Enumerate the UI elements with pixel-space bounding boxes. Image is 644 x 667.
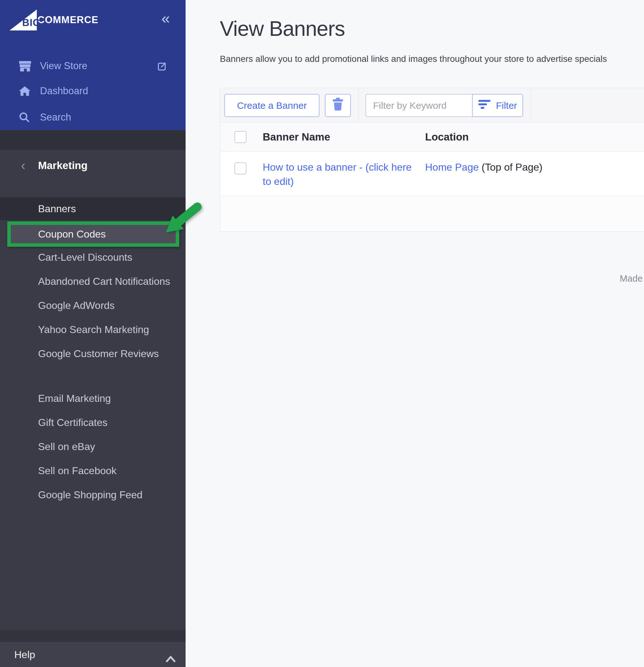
sidebar-item-coupon-codes[interactable]: Coupon Codes <box>7 222 179 247</box>
sidebar-item-label: Search <box>40 112 71 123</box>
marketing-section-title: Marketing <box>38 160 87 172</box>
marketing-menu-group-2: Email Marketing Gift Certificates Sell o… <box>0 386 186 507</box>
home-page-link[interactable]: Home Page <box>425 161 479 173</box>
sidebar-top-section: BIG COMMERCE « View Store <box>0 0 186 130</box>
column-header-banner-name: Banner Name <box>263 123 330 151</box>
sidebar-item-gift-certificates[interactable]: Gift Certificates <box>0 410 186 435</box>
table-footer <box>220 196 644 231</box>
sidebar-item-sell-on-facebook[interactable]: Sell on Facebook <box>0 459 186 483</box>
select-all-checkbox[interactable] <box>235 131 246 143</box>
sidebar: BIG COMMERCE « View Store <box>0 0 186 667</box>
sidebar-item-sell-on-ebay[interactable]: Sell on eBay <box>0 435 186 459</box>
sidebar-item-view-store[interactable]: View Store <box>0 54 186 78</box>
filter-icon <box>478 99 491 112</box>
external-link-icon[interactable] <box>156 61 167 75</box>
column-header-location: Location <box>425 123 469 151</box>
trash-icon <box>332 98 344 113</box>
sidebar-divider-strip <box>0 130 186 150</box>
logo-text-commerce: COMMERCE <box>37 14 98 26</box>
marketing-menu-group-1: Cart-Level Discounts Abandoned Cart Noti… <box>0 245 186 366</box>
toolbar-divider <box>531 88 531 122</box>
row-checkbox[interactable] <box>235 162 246 175</box>
sidebar-item-google-adwords[interactable]: Google AdWords <box>0 293 186 318</box>
search-icon <box>18 111 32 124</box>
store-icon <box>18 60 32 72</box>
banners-panel: Create a Banner Filter <box>220 88 644 232</box>
filter-button[interactable]: Filter <box>472 94 523 117</box>
page-title: View Banners <box>220 16 345 40</box>
sidebar-item-abandoned-cart-notifications[interactable]: Abandoned Cart Notifications <box>0 269 186 293</box>
chevron-up-icon[interactable] <box>165 655 176 664</box>
sidebar-item-google-customer-reviews[interactable]: Google Customer Reviews <box>0 342 186 366</box>
table-header-row: Banner Name Location <box>220 123 644 151</box>
sidebar-item-label: View Store <box>40 60 87 72</box>
bigcommerce-logo: BIG COMMERCE <box>10 9 98 31</box>
filter-button-label: Filter <box>496 100 517 111</box>
made-note: Made <box>619 273 643 284</box>
create-banner-button[interactable]: Create a Banner <box>224 94 320 117</box>
help-bar[interactable]: Help <box>0 642 186 667</box>
help-divider-strip <box>0 630 186 642</box>
banners-toolbar: Create a Banner Filter <box>220 88 644 123</box>
sidebar-item-google-shopping-feed[interactable]: Google Shopping Feed <box>0 483 186 507</box>
coupon-codes-label: Coupon Codes <box>38 228 106 240</box>
help-label: Help <box>14 649 35 661</box>
table-row: How to use a banner - (click here to edi… <box>220 151 644 196</box>
logo-text-big: BIG <box>22 17 41 29</box>
sidebar-item-label: Dashboard <box>40 85 88 97</box>
toolbar-divider <box>358 88 358 122</box>
sidebar-item-search[interactable]: Search <box>0 105 186 130</box>
page-description: Banners allow you to add promotional lin… <box>220 54 644 64</box>
banner-name-link[interactable]: How to use a banner - (click here to edi… <box>263 161 412 187</box>
chevron-left-icon[interactable]: ‹ <box>18 160 28 172</box>
sidebar-item-email-marketing[interactable]: Email Marketing <box>0 386 186 410</box>
sidebar-item-banners[interactable]: Banners <box>0 197 186 220</box>
home-icon <box>18 85 32 97</box>
location-cell: Home Page (Top of Page) <box>425 160 543 175</box>
location-suffix: (Top of Page) <box>479 161 543 173</box>
delete-button[interactable] <box>325 94 351 117</box>
sidebar-item-dashboard[interactable]: Dashboard <box>0 79 186 103</box>
sidebar-collapse-icon[interactable]: « <box>156 10 175 29</box>
sidebar-item-yahoo-search-marketing[interactable]: Yahoo Search Marketing <box>0 318 186 342</box>
sidebar-item-cart-level-discounts[interactable]: Cart-Level Discounts <box>0 245 186 269</box>
filter-keyword-input[interactable] <box>366 94 473 117</box>
sidebar-marketing-section: ‹ Marketing Banners Coupon Codes Cart-Le… <box>0 150 186 630</box>
marketing-section-header: ‹ Marketing <box>0 150 186 181</box>
